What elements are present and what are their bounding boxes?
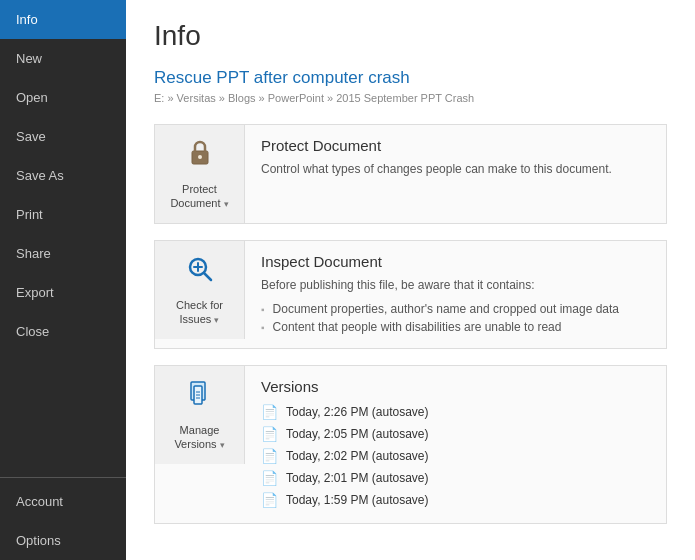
- sidebar-divider: [0, 477, 126, 478]
- versions-card: Manage Versions ▾ Versions 📄 Today, 2:26…: [154, 365, 667, 524]
- sidebar: Info New Open Save Save As Print Share E…: [0, 0, 126, 560]
- svg-line-3: [204, 273, 211, 280]
- main-content: Info Rescue PPT after computer crash E: …: [126, 0, 695, 560]
- sidebar-item-share[interactable]: Share: [0, 234, 126, 273]
- inspect-document-desc: Before publishing this file, be aware th…: [261, 276, 650, 294]
- versions-list: 📄 Today, 2:26 PM (autosave) 📄 Today, 2:0…: [261, 401, 650, 511]
- lock-icon: [184, 137, 216, 176]
- inspect-document-card: Check for Issues ▾ Inspect Document Befo…: [154, 240, 667, 349]
- version-entry-2: 📄 Today, 2:05 PM (autosave): [261, 423, 650, 445]
- protect-document-desc: Control what types of changes people can…: [261, 160, 650, 178]
- version-label-4: Today, 2:01 PM (autosave): [286, 471, 429, 485]
- sidebar-item-export[interactable]: Export: [0, 273, 126, 312]
- version-label-5: Today, 1:59 PM (autosave): [286, 493, 429, 507]
- inspect-document-heading: Inspect Document: [261, 253, 650, 270]
- versions-content: Versions 📄 Today, 2:26 PM (autosave) 📄 T…: [245, 366, 666, 523]
- inspect-document-list: Document properties, author's name and c…: [261, 300, 650, 336]
- inspect-icon: [184, 253, 216, 292]
- issues-dropdown-arrow: ▾: [214, 315, 219, 325]
- sidebar-item-save[interactable]: Save: [0, 117, 126, 156]
- protect-document-card: Protect Document ▾ Protect Document Cont…: [154, 124, 667, 224]
- protect-document-content: Protect Document Control what types of c…: [245, 125, 666, 190]
- sidebar-item-info[interactable]: Info: [0, 0, 126, 39]
- version-doc-icon-5: 📄: [261, 492, 278, 508]
- version-label-3: Today, 2:02 PM (autosave): [286, 449, 429, 463]
- versions-dropdown-arrow: ▾: [220, 440, 225, 450]
- versions-heading: Versions: [261, 378, 650, 395]
- version-doc-icon-4: 📄: [261, 470, 278, 486]
- svg-point-1: [198, 155, 202, 159]
- document-title: Rescue PPT after computer crash: [154, 68, 667, 88]
- version-doc-icon-2: 📄: [261, 426, 278, 442]
- sidebar-item-print[interactable]: Print: [0, 195, 126, 234]
- protect-document-label: Protect Document ▾: [163, 182, 236, 211]
- version-entry-5: 📄 Today, 1:59 PM (autosave): [261, 489, 650, 511]
- version-entry-3: 📄 Today, 2:02 PM (autosave): [261, 445, 650, 467]
- page-title: Info: [154, 20, 667, 52]
- version-label-1: Today, 2:26 PM (autosave): [286, 405, 429, 419]
- protect-document-button[interactable]: Protect Document ▾: [155, 125, 245, 223]
- protect-dropdown-arrow: ▾: [224, 199, 229, 209]
- version-doc-icon-1: 📄: [261, 404, 278, 420]
- sidebar-item-options[interactable]: Options: [0, 521, 126, 560]
- version-label-2: Today, 2:05 PM (autosave): [286, 427, 429, 441]
- version-entry-4: 📄 Today, 2:01 PM (autosave): [261, 467, 650, 489]
- sidebar-item-close[interactable]: Close: [0, 312, 126, 351]
- check-issues-label: Check for Issues ▾: [163, 298, 236, 327]
- version-entry-1: 📄 Today, 2:26 PM (autosave): [261, 401, 650, 423]
- manage-versions-label: Manage Versions ▾: [163, 423, 236, 452]
- check-issues-button[interactable]: Check for Issues ▾: [155, 241, 245, 339]
- breadcrumb: E: » Versitas » Blogs » PowerPoint » 201…: [154, 92, 667, 104]
- inspect-list-item-1: Document properties, author's name and c…: [261, 300, 650, 318]
- sidebar-item-save-as[interactable]: Save As: [0, 156, 126, 195]
- versions-icon: [184, 378, 216, 417]
- version-doc-icon-3: 📄: [261, 448, 278, 464]
- sidebar-item-open[interactable]: Open: [0, 78, 126, 117]
- inspect-document-content: Inspect Document Before publishing this …: [245, 241, 666, 348]
- protect-document-heading: Protect Document: [261, 137, 650, 154]
- sidebar-item-new[interactable]: New: [0, 39, 126, 78]
- sidebar-item-account[interactable]: Account: [0, 482, 126, 521]
- manage-versions-button[interactable]: Manage Versions ▾: [155, 366, 245, 464]
- inspect-list-item-2: Content that people with disabilities ar…: [261, 318, 650, 336]
